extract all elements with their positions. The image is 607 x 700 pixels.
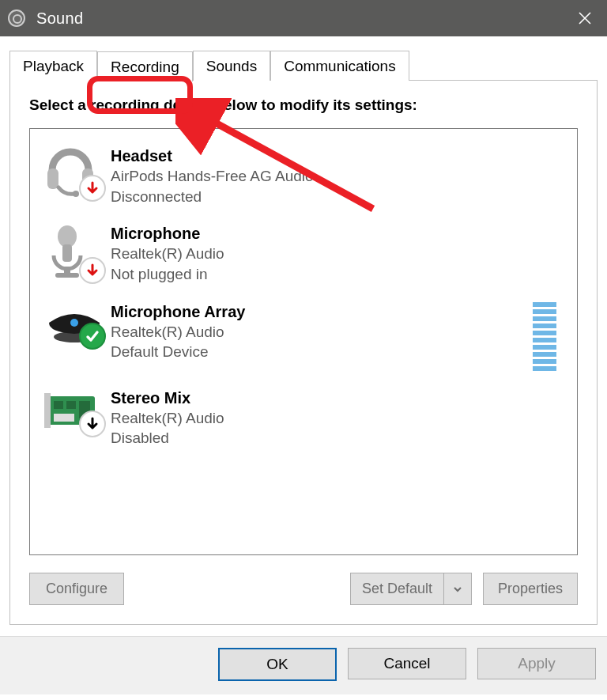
device-status: Not plugged in <box>111 264 564 285</box>
device-info: Stereo Mix Realtek(R) Audio Disabled <box>111 388 564 448</box>
svg-point-3 <box>73 191 79 197</box>
properties-button[interactable]: Properties <box>483 573 578 605</box>
device-desc: Realtek(R) Audio <box>111 322 533 342</box>
window-title: Sound <box>36 9 83 28</box>
svg-rect-12 <box>54 401 63 409</box>
svg-rect-7 <box>55 273 79 278</box>
ok-button[interactable]: OK <box>218 648 337 681</box>
svg-rect-15 <box>54 414 74 422</box>
svg-point-4 <box>58 225 77 248</box>
status-badge <box>79 411 106 437</box>
tab-playback[interactable]: Playback <box>9 51 97 81</box>
configure-button[interactable]: Configure <box>29 573 124 605</box>
device-name: Stereo Mix <box>111 388 564 408</box>
svg-rect-13 <box>66 401 76 409</box>
set-default-label: Set Default <box>351 573 444 604</box>
device-status: Default Device <box>111 342 533 362</box>
set-default-button[interactable]: Set Default <box>350 573 472 605</box>
check-icon <box>85 328 100 344</box>
device-desc: AirPods Hands-Free AG Audio <box>111 166 564 187</box>
list-item[interactable]: Microphone Array Realtek(R) Audio Defaul… <box>36 294 571 380</box>
instruction-text: Select a recording device below to modif… <box>29 96 578 114</box>
svg-point-9 <box>70 319 78 327</box>
tab-sounds[interactable]: Sounds <box>193 51 270 81</box>
device-name: Microphone Array <box>111 302 533 322</box>
status-badge <box>79 257 106 284</box>
level-meter <box>533 302 556 371</box>
device-info: Headset AirPods Hands-Free AG Audio Disc… <box>111 146 564 206</box>
svg-rect-5 <box>62 244 72 262</box>
apply-button[interactable]: Apply <box>477 648 596 679</box>
device-name: Microphone <box>111 224 564 244</box>
device-icon-wrap <box>43 388 111 436</box>
device-icon-wrap <box>43 224 111 282</box>
tab-communications[interactable]: Communications <box>270 51 409 81</box>
device-icon-wrap <box>43 302 111 348</box>
cancel-button[interactable]: Cancel <box>348 648 466 679</box>
tab-strip: Playback Recording Sounds Communications <box>9 47 598 81</box>
status-badge <box>79 323 106 350</box>
panel-actions: Configure Set Default Properties <box>29 573 578 605</box>
status-badge <box>79 175 106 202</box>
device-status: Disabled <box>111 428 564 448</box>
device-list[interactable]: Headset AirPods Hands-Free AG Audio Disc… <box>29 128 578 555</box>
tab-panel: Select a recording device below to modif… <box>9 80 598 625</box>
device-desc: Realtek(R) Audio <box>111 244 564 264</box>
list-item[interactable]: Stereo Mix Realtek(R) Audio Disabled <box>36 380 571 458</box>
device-icon-wrap <box>43 146 111 200</box>
device-status: Disconnected <box>111 187 564 207</box>
device-name: Headset <box>111 146 564 166</box>
close-button[interactable] <box>563 0 607 36</box>
list-item[interactable]: Microphone Realtek(R) Audio Not plugged … <box>36 216 571 293</box>
chevron-down-icon <box>453 585 462 594</box>
device-desc: Realtek(R) Audio <box>111 408 564 429</box>
arrow-down-icon <box>85 417 100 431</box>
arrow-down-icon <box>85 263 100 278</box>
arrow-down-icon <box>85 181 100 195</box>
svg-rect-1 <box>47 168 58 189</box>
sound-app-icon <box>8 9 25 27</box>
titlebar: Sound <box>0 0 607 36</box>
svg-rect-11 <box>44 393 51 428</box>
dialog-body: Playback Recording Sounds Communications… <box>0 36 607 625</box>
tab-recording[interactable]: Recording <box>97 51 193 81</box>
device-info: Microphone Array Realtek(R) Audio Defaul… <box>111 302 533 362</box>
dialog-buttons: OK Cancel Apply <box>0 636 607 694</box>
device-info: Microphone Realtek(R) Audio Not plugged … <box>111 224 564 284</box>
set-default-dropdown[interactable] <box>444 573 471 604</box>
close-icon <box>578 11 592 25</box>
list-item[interactable]: Headset AirPods Hands-Free AG Audio Disc… <box>36 138 571 216</box>
